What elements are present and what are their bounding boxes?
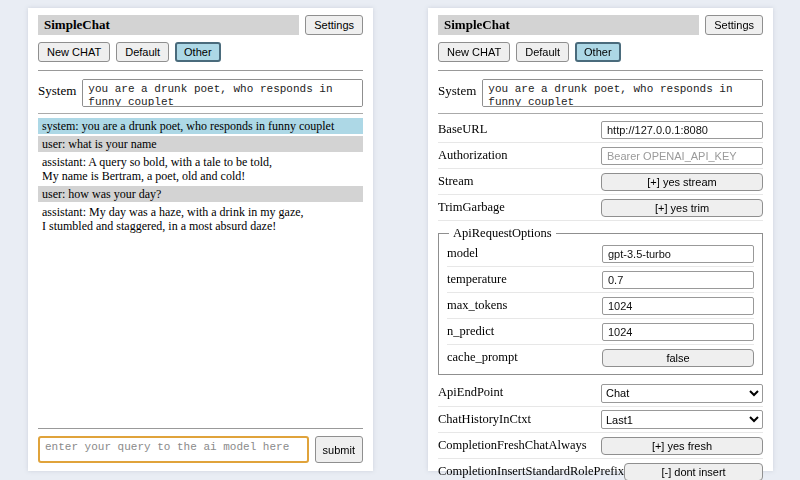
max-tokens-input[interactable] bbox=[602, 297, 754, 315]
apiendpoint-select[interactable]: Chat bbox=[601, 384, 763, 403]
trimgarbage-label: TrimGarbage bbox=[438, 200, 505, 215]
setting-row-cache-prompt: cache_prompt false bbox=[447, 345, 754, 370]
chat-message-system: system: you are a drunk poet, who respon… bbox=[38, 118, 363, 134]
divider bbox=[438, 113, 763, 114]
divider bbox=[38, 113, 363, 114]
system-prompt-input[interactable]: you are a drunk poet, who responds in fu… bbox=[82, 79, 363, 107]
model-label: model bbox=[447, 246, 478, 261]
setting-row-completioninsertstandardroleprefix: CompletionInsertStandardRolePrefix [-] d… bbox=[438, 459, 763, 480]
completioninsertstandardroleprefix-toggle-button[interactable]: [-] dont insert bbox=[624, 463, 763, 480]
setting-row-authorization: Authorization bbox=[438, 143, 763, 169]
chat-session-toolbar: New CHAT Default Other bbox=[438, 42, 763, 62]
divider bbox=[38, 428, 363, 429]
settings-list: BaseURL Authorization Stream [+] yes str… bbox=[438, 117, 763, 480]
api-request-options-fieldset: ApiRequestOptions model temperature max_… bbox=[438, 226, 763, 375]
cache-prompt-toggle-button[interactable]: false bbox=[602, 349, 754, 367]
submit-button[interactable]: submit bbox=[315, 436, 363, 463]
baseurl-label: BaseURL bbox=[438, 122, 487, 137]
query-row: submit bbox=[38, 436, 363, 463]
authorization-label: Authorization bbox=[438, 148, 507, 163]
chat-message-assistant: assistant: My day was a haze, with a dri… bbox=[38, 204, 363, 234]
chathistoryinctxt-select[interactable]: Last1 bbox=[601, 410, 763, 429]
completionfreshchatalways-label: CompletionFreshChatAlways bbox=[438, 438, 587, 453]
session-tab-default[interactable]: Default bbox=[116, 42, 169, 62]
stream-toggle-button[interactable]: [+] yes stream bbox=[601, 173, 763, 191]
authorization-input[interactable] bbox=[601, 147, 763, 165]
settings-panel: SimpleChat Settings New CHAT Default Oth… bbox=[428, 8, 773, 471]
titlebar-row: SimpleChat Settings bbox=[438, 15, 763, 35]
session-tab-default[interactable]: Default bbox=[516, 42, 569, 62]
app-title: SimpleChat bbox=[438, 15, 699, 35]
completioninsertstandardroleprefix-label: CompletionInsertStandardRolePrefix bbox=[438, 464, 624, 479]
baseurl-input[interactable] bbox=[601, 121, 763, 139]
divider bbox=[438, 70, 763, 71]
settings-button[interactable]: Settings bbox=[305, 15, 363, 35]
setting-row-stream: Stream [+] yes stream bbox=[438, 169, 763, 195]
temperature-input[interactable] bbox=[602, 271, 754, 289]
trimgarbage-toggle-button[interactable]: [+] yes trim bbox=[601, 199, 763, 217]
stream-label: Stream bbox=[438, 174, 473, 189]
setting-row-n-predict: n_predict bbox=[447, 319, 754, 345]
temperature-label: temperature bbox=[447, 272, 507, 287]
system-prompt-input[interactable]: you are a drunk poet, who responds in fu… bbox=[482, 79, 763, 107]
session-tab-other[interactable]: Other bbox=[575, 42, 621, 62]
chat-panel: SimpleChat Settings New CHAT Default Oth… bbox=[28, 8, 373, 471]
completionfreshchatalways-toggle-button[interactable]: [+] yes fresh bbox=[601, 437, 763, 455]
system-label: System bbox=[38, 79, 76, 107]
new-chat-button[interactable]: New CHAT bbox=[438, 42, 510, 62]
setting-row-temperature: temperature bbox=[447, 267, 754, 293]
system-prompt-row: System you are a drunk poet, who respond… bbox=[438, 79, 763, 107]
setting-row-baseurl: BaseURL bbox=[438, 117, 763, 143]
chat-session-toolbar: New CHAT Default Other bbox=[38, 42, 363, 62]
setting-row-trimgarbage: TrimGarbage [+] yes trim bbox=[438, 195, 763, 221]
setting-row-max-tokens: max_tokens bbox=[447, 293, 754, 319]
setting-row-model: model bbox=[447, 241, 754, 267]
chat-message-list: system: you are a drunk poet, who respon… bbox=[38, 118, 363, 428]
cache-prompt-label: cache_prompt bbox=[447, 350, 518, 365]
new-chat-button[interactable]: New CHAT bbox=[38, 42, 110, 62]
titlebar-row: SimpleChat Settings bbox=[38, 15, 363, 35]
session-tab-other[interactable]: Other bbox=[175, 42, 221, 62]
n-predict-label: n_predict bbox=[447, 324, 494, 339]
chat-message-assistant: assistant: A query so bold, with a tale … bbox=[38, 154, 363, 184]
app-title: SimpleChat bbox=[38, 15, 299, 35]
n-predict-input[interactable] bbox=[602, 323, 754, 341]
query-input[interactable] bbox=[38, 436, 309, 463]
system-prompt-row: System you are a drunk poet, who respond… bbox=[38, 79, 363, 107]
setting-row-completionfreshchatalways: CompletionFreshChatAlways [+] yes fresh bbox=[438, 433, 763, 459]
setting-row-apiendpoint: ApiEndPoint Chat bbox=[438, 380, 763, 407]
api-request-options-legend: ApiRequestOptions bbox=[449, 226, 556, 241]
max-tokens-label: max_tokens bbox=[447, 298, 507, 313]
settings-button[interactable]: Settings bbox=[705, 15, 763, 35]
apiendpoint-label: ApiEndPoint bbox=[438, 385, 503, 400]
query-area: submit bbox=[38, 428, 363, 463]
chat-message-user: user: how was your day? bbox=[38, 186, 363, 202]
chat-message-user: user: what is your name bbox=[38, 136, 363, 152]
system-label: System bbox=[438, 79, 476, 107]
setting-row-chathistoryinctxt: ChatHistoryInCtxt Last1 bbox=[438, 407, 763, 434]
model-input[interactable] bbox=[602, 245, 754, 263]
chathistoryinctxt-label: ChatHistoryInCtxt bbox=[438, 412, 531, 427]
divider bbox=[38, 70, 363, 71]
